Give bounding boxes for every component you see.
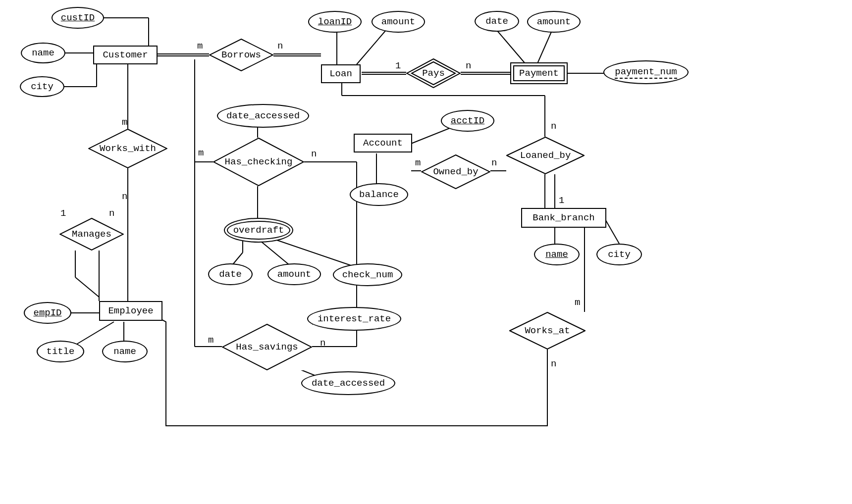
attr-pay-date-label: date: [485, 16, 508, 27]
rel-owned-by-label: Owned_by: [433, 166, 478, 177]
attr-acctid: acctID: [441, 110, 494, 132]
rel-loaned-by-label: Loaned_by: [520, 150, 571, 161]
card-hs-n: n: [320, 338, 325, 349]
card-lb-1: 1: [559, 195, 564, 206]
attr-hc-date-accessed-label: date_accessed: [226, 110, 300, 121]
svg-line-8: [357, 30, 386, 64]
attr-pay-amount: amount: [527, 11, 581, 33]
entity-account: Account: [354, 134, 412, 152]
rel-has-checking-label: Has_checking: [225, 156, 293, 167]
card-ww-n: n: [122, 191, 127, 202]
card-pays-1: 1: [395, 60, 401, 71]
attr-overdraft: overdraft: [224, 218, 293, 243]
rel-pays-label: Pays: [422, 68, 445, 79]
attr-cust-name-label: name: [32, 48, 54, 58]
rel-works-with-label: Works_with: [100, 143, 156, 154]
attr-cust-name: name: [21, 43, 65, 63]
attr-od-amount-label: amount: [277, 269, 311, 280]
attr-od-amount: amount: [267, 263, 321, 285]
attr-balance: balance: [350, 183, 408, 206]
rel-has-savings: Has_savings: [222, 324, 312, 370]
rel-has-checking: Has_checking: [213, 138, 304, 186]
entity-employee-label: Employee: [108, 305, 153, 316]
attr-hs-interest-rate-label: interest_rate: [318, 313, 391, 324]
attr-balance-label: balance: [359, 189, 399, 200]
attr-loanid: loanID: [308, 11, 362, 33]
entity-employee: Employee: [99, 301, 162, 321]
attr-payment-num: payment_num: [603, 60, 689, 84]
attr-pay-amount-label: amount: [537, 16, 571, 27]
card-hc-m: m: [198, 148, 204, 158]
attr-emp-name: name: [102, 341, 148, 362]
rel-loaned-by: Loaned_by: [506, 137, 585, 174]
attr-hs-date-accessed-label: date_accessed: [312, 378, 385, 389]
rel-works-at-label: Works_at: [525, 325, 570, 336]
svg-line-44: [604, 218, 619, 244]
rel-pays: Pays: [406, 58, 461, 88]
rel-manages: Manages: [59, 218, 124, 251]
entity-customer: Customer: [93, 46, 158, 64]
svg-line-22: [75, 277, 99, 297]
card-borrows-m: m: [197, 41, 203, 51]
attr-empid: empID: [24, 302, 71, 324]
card-borrows-n: n: [277, 41, 283, 51]
attr-hs-date-accessed: date_accessed: [301, 371, 395, 395]
svg-line-14: [537, 30, 552, 63]
entity-bank-branch-label: Bank_branch: [532, 212, 594, 223]
attr-loan-amount-label: amount: [381, 16, 415, 27]
attr-od-date-label: date: [219, 269, 242, 280]
attr-loan-amount: amount: [372, 11, 425, 33]
attr-od-check-num-label: check_num: [342, 269, 393, 280]
rel-borrows: Borrows: [209, 39, 273, 71]
card-wa-m: m: [575, 297, 580, 308]
rel-owned-by: Owned_by: [421, 154, 490, 189]
attr-pay-date: date: [475, 11, 519, 32]
attr-hs-interest-rate: interest_rate: [307, 307, 401, 331]
attr-empid-label: empID: [33, 307, 61, 318]
attr-emp-title: title: [37, 341, 84, 362]
attr-emp-name-label: name: [113, 346, 136, 357]
entity-bank-branch: Bank_branch: [521, 208, 606, 228]
entity-payment: Payment: [510, 62, 568, 84]
card-hs-m: m: [208, 335, 213, 346]
attr-hc-date-accessed: date_accessed: [217, 104, 309, 128]
attr-bb-city-label: city: [608, 249, 631, 260]
attr-loanid-label: loanID: [318, 16, 352, 27]
attr-bb-name-label: name: [545, 249, 568, 260]
attr-payment-num-label: payment_num: [615, 66, 677, 79]
entity-customer-label: Customer: [103, 50, 148, 60]
entity-loan-label: Loan: [329, 68, 352, 79]
svg-line-31: [272, 239, 357, 267]
card-lb-n: n: [551, 121, 556, 132]
er-diagram-canvas: Customer Loan Payment Account Bank_branc…: [0, 0, 852, 504]
card-ww-m: m: [122, 117, 127, 128]
rel-borrows-label: Borrows: [221, 50, 261, 60]
rel-works-with: Works_with: [88, 129, 167, 168]
entity-payment-label: Payment: [519, 68, 559, 79]
card-ob-m: m: [415, 157, 421, 168]
card-mg-n: n: [109, 208, 114, 219]
card-hc-n: n: [311, 149, 317, 159]
rel-manages-label: Manages: [72, 229, 111, 240]
attr-acctid-label: acctID: [451, 115, 484, 126]
rel-has-savings-label: Has_savings: [236, 342, 298, 353]
attr-od-date: date: [208, 263, 253, 285]
card-pays-n: n: [466, 60, 471, 71]
svg-line-13: [496, 30, 525, 63]
card-wa-n: n: [551, 358, 556, 369]
attr-overdraft-label: overdraft: [233, 225, 284, 236]
rel-works-at: Works_at: [509, 312, 586, 350]
attr-custid: custID: [52, 7, 104, 29]
attr-cust-city-label: city: [31, 81, 53, 92]
attr-cust-city: city: [20, 76, 64, 97]
attr-custid-label: custID: [61, 12, 95, 23]
entity-account-label: Account: [363, 138, 403, 149]
card-mg-1: 1: [60, 208, 66, 219]
attr-bb-city: city: [596, 244, 642, 265]
attr-emp-title-label: title: [46, 346, 74, 357]
attr-od-check-num: check_num: [333, 263, 402, 286]
entity-loan: Loan: [321, 64, 361, 83]
card-ob-n: n: [491, 157, 497, 168]
attr-bb-name: name: [534, 244, 580, 265]
svg-line-30: [258, 239, 292, 267]
